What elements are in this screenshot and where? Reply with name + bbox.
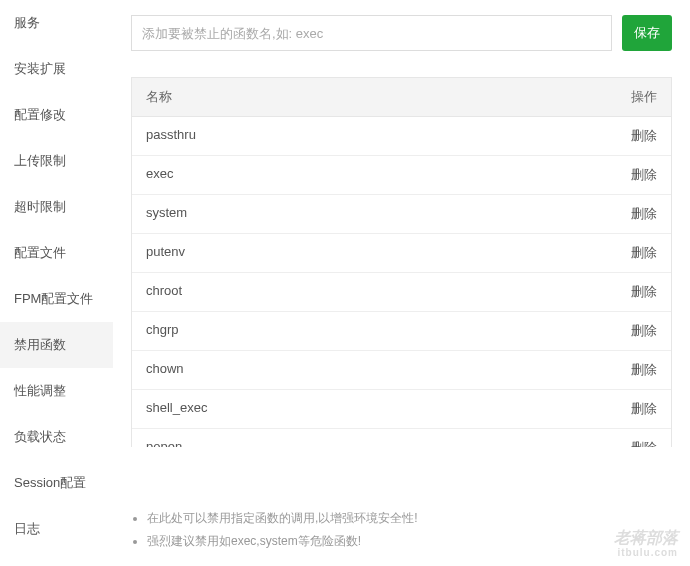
table-row: popen 删除 — [132, 429, 671, 447]
note-item: 在此处可以禁用指定函数的调用,以增强环境安全性! — [147, 510, 672, 527]
function-name: chown — [146, 361, 184, 379]
sidebar-item-timeout-limit[interactable]: 超时限制 — [0, 184, 113, 230]
save-button[interactable]: 保存 — [622, 15, 672, 51]
table-row: chown 删除 — [132, 351, 671, 390]
sidebar-item-upload-limit[interactable]: 上传限制 — [0, 138, 113, 184]
delete-link[interactable]: 删除 — [631, 244, 657, 262]
sidebar-item-service[interactable]: 服务 — [0, 0, 113, 46]
delete-link[interactable]: 删除 — [631, 283, 657, 301]
function-name: system — [146, 205, 187, 223]
table-header: 名称 操作 — [132, 78, 671, 117]
sidebar: 服务 安装扩展 配置修改 上传限制 超时限制 配置文件 FPM配置文件 禁用函数… — [0, 0, 113, 566]
header-name: 名称 — [146, 88, 172, 106]
function-name: chgrp — [146, 322, 179, 340]
table-row: shell_exec 删除 — [132, 390, 671, 429]
sidebar-item-slow-log[interactable]: 慢日志 — [0, 552, 113, 566]
sidebar-item-config-modify[interactable]: 配置修改 — [0, 92, 113, 138]
watermark-sub: itbulu.com — [614, 547, 678, 558]
functions-table[interactable]: 名称 操作 passthru 删除 exec 删除 system 删除 pute… — [131, 77, 672, 447]
function-name: chroot — [146, 283, 182, 301]
table-row: chroot 删除 — [132, 273, 671, 312]
watermark: 老蒋部落 itbulu.com — [614, 529, 678, 558]
notes-list: 在此处可以禁用指定函数的调用,以增强环境安全性! 强烈建议禁用如exec,sys… — [131, 510, 672, 556]
table-row: putenv 删除 — [132, 234, 671, 273]
delete-link[interactable]: 删除 — [631, 400, 657, 418]
watermark-main: 老蒋部落 — [614, 529, 678, 547]
sidebar-item-performance[interactable]: 性能调整 — [0, 368, 113, 414]
function-name: popen — [146, 439, 182, 447]
delete-link[interactable]: 删除 — [631, 127, 657, 145]
function-name: passthru — [146, 127, 196, 145]
sidebar-item-fpm-config[interactable]: FPM配置文件 — [0, 276, 113, 322]
note-item: 强烈建议禁用如exec,system等危险函数! — [147, 533, 672, 550]
sidebar-item-disable-functions[interactable]: 禁用函数 — [0, 322, 113, 368]
table-row: exec 删除 — [132, 156, 671, 195]
table-row: passthru 删除 — [132, 117, 671, 156]
delete-link[interactable]: 删除 — [631, 166, 657, 184]
sidebar-item-session-config[interactable]: Session配置 — [0, 460, 113, 506]
function-name: putenv — [146, 244, 185, 262]
table-row: system 删除 — [132, 195, 671, 234]
function-name: exec — [146, 166, 173, 184]
sidebar-item-log[interactable]: 日志 — [0, 506, 113, 552]
table-row: chgrp 删除 — [132, 312, 671, 351]
delete-link[interactable]: 删除 — [631, 439, 657, 447]
delete-link[interactable]: 删除 — [631, 361, 657, 379]
function-name: shell_exec — [146, 400, 207, 418]
sidebar-item-load-status[interactable]: 负载状态 — [0, 414, 113, 460]
table-wrapper: 名称 操作 passthru 删除 exec 删除 system 删除 pute… — [131, 77, 672, 498]
function-name-input[interactable] — [131, 15, 612, 51]
input-row: 保存 — [131, 15, 672, 51]
sidebar-item-config-file[interactable]: 配置文件 — [0, 230, 113, 276]
sidebar-item-install-ext[interactable]: 安装扩展 — [0, 46, 113, 92]
delete-link[interactable]: 删除 — [631, 205, 657, 223]
delete-link[interactable]: 删除 — [631, 322, 657, 340]
main-panel: 保存 名称 操作 passthru 删除 exec 删除 system 删除 — [113, 0, 690, 566]
header-action: 操作 — [631, 88, 657, 106]
